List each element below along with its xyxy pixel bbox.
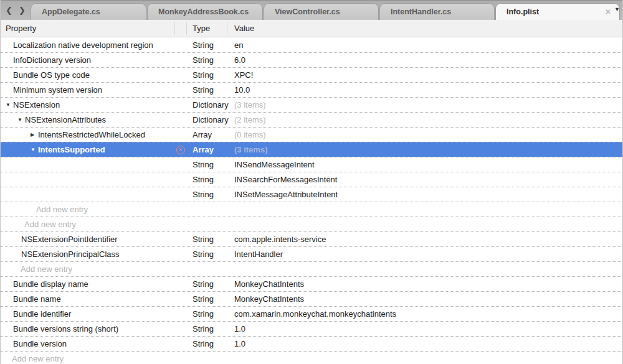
table-row[interactable]: ▼IntentsSupported✕Array(3 items)	[1, 142, 622, 157]
type-cell: String	[186, 250, 227, 259]
property-label: NSExtensionPrincipalClass	[21, 250, 120, 259]
tab-overflow-icon[interactable]: ▼	[614, 7, 620, 12]
tab-close-icon[interactable]: ✕	[605, 8, 611, 16]
tab-intenthandler-cs[interactable]: IntentHandler.cs	[379, 3, 495, 20]
add-new-entry-row[interactable]: Add new entry	[1, 202, 622, 217]
type-cell: Dictionary	[186, 115, 227, 124]
table-row[interactable]: ▼NSExtensionDictionary(3 items)	[1, 97, 622, 112]
value-cell: XPC!	[227, 70, 622, 80]
type-cell: String	[186, 85, 227, 95]
value-cell: MonkeyChatIntents	[227, 279, 622, 289]
action-cell	[174, 307, 186, 321]
property-label: NSExtensionAttributes	[25, 115, 106, 124]
table-row[interactable]: Bundle display nameStringMonkeyChatInten…	[1, 276, 622, 291]
value-cell: IntentHandler	[227, 250, 622, 259]
property-cell	[1, 187, 174, 202]
table-row[interactable]: NSExtensionPointIdentifierStringcom.appl…	[1, 231, 622, 246]
type-cell: String	[186, 190, 227, 199]
disclosure-collapsed-icon[interactable]: ▶	[31, 133, 38, 138]
tab-info-plist[interactable]: Info.plist✕	[495, 3, 620, 20]
property-label: Bundle name	[13, 294, 61, 304]
table-row[interactable]: Minimum system versionString10.0	[1, 82, 622, 97]
type-cell: String	[186, 294, 227, 304]
property-cell: Minimum system version	[1, 83, 174, 97]
back-icon[interactable]: ❮	[6, 6, 12, 14]
table-row[interactable]: Bundle OS type codeStringXPC!	[1, 67, 622, 82]
property-label: Add new entry	[36, 205, 88, 214]
value-cell: INSearchForMessagesIntent	[227, 175, 622, 184]
property-cell: Add new entry	[1, 217, 174, 231]
property-cell: Add new entry	[1, 202, 174, 217]
action-cell	[174, 277, 186, 291]
property-label: Bundle identifier	[13, 309, 71, 319]
action-cell	[174, 187, 186, 202]
property-cell: NSExtensionPointIdentifier	[1, 232, 174, 246]
column-divider	[174, 22, 175, 35]
add-new-entry-row[interactable]: Add new entry	[1, 261, 622, 276]
table-row[interactable]: InfoDictionary versionString6.0	[1, 52, 622, 67]
property-label: Minimum system version	[13, 85, 102, 95]
property-cell: Add new entry	[1, 352, 174, 364]
table-row[interactable]: StringINSetMessageAttributeIntent	[1, 187, 622, 202]
type-cell: String	[186, 160, 227, 169]
forward-icon[interactable]: ❯	[19, 6, 26, 14]
type-cell: String	[186, 235, 227, 244]
property-cell: ▼IntentsSupported	[1, 142, 174, 157]
value-cell: com.apple.intents-service	[227, 235, 622, 244]
disclosure-expanded-icon[interactable]: ▼	[17, 118, 25, 123]
table-row[interactable]: Bundle versions string (short)String1.0	[1, 321, 622, 336]
table-row[interactable]: Bundle identifierStringcom.xamarin.monke…	[1, 306, 622, 321]
property-cell: Bundle version	[1, 337, 174, 351]
action-cell	[174, 247, 186, 261]
table-row[interactable]: Bundle versionString1.0	[1, 336, 622, 351]
value-cell: 6.0	[227, 55, 622, 65]
type-cell: Array	[186, 145, 227, 154]
plist-table: Localization native development regionSt…	[1, 37, 622, 364]
action-cell	[174, 232, 186, 246]
action-cell	[174, 337, 186, 351]
tab-label: MonkeyAddressBook.cs	[158, 7, 249, 16]
property-cell: InfoDictionary version	[1, 53, 174, 67]
action-cell	[174, 202, 186, 217]
value-cell: INSetMessageAttributeIntent	[227, 190, 622, 199]
action-cell	[174, 128, 186, 142]
column-header-row: Property Type Value	[1, 20, 622, 37]
table-row[interactable]: Localization native development regionSt…	[1, 37, 622, 52]
value-cell: INSendMessageIntent	[227, 160, 622, 169]
action-cell	[174, 322, 186, 336]
property-label: Add new entry	[12, 354, 64, 363]
delete-entry-icon[interactable]: ✕	[176, 146, 185, 154]
property-label: InfoDictionary version	[13, 55, 91, 65]
table-row[interactable]: ▶IntentsRestrictedWhileLockedArray(0 ite…	[1, 127, 622, 142]
property-cell: ▼NSExtension	[1, 98, 174, 112]
add-new-entry-row[interactable]: Add new entry	[1, 217, 622, 231]
property-cell: Bundle display name	[1, 277, 174, 291]
value-cell: (3 items)	[227, 145, 622, 154]
column-divider	[227, 22, 227, 35]
type-cell: String	[186, 55, 227, 65]
property-label: NSExtensionPointIdentifier	[21, 235, 118, 244]
type-cell: String	[186, 309, 227, 319]
tab-label: IntentHandler.cs	[391, 7, 451, 16]
property-cell: ▼NSExtensionAttributes	[1, 113, 174, 127]
tab-label: Info.plist	[506, 7, 539, 16]
tab-appdelegate-cs[interactable]: AppDelegate.cs	[31, 3, 146, 20]
property-label: Add new entry	[21, 264, 72, 274]
property-cell: Bundle OS type code	[1, 68, 174, 82]
table-row[interactable]: NSExtensionPrincipalClassStringIntentHan…	[1, 246, 622, 261]
type-cell: String	[186, 175, 227, 184]
tab-list: AppDelegate.csMonkeyAddressBook.csViewCo…	[31, 0, 621, 20]
table-row[interactable]: ▼NSExtensionAttributesDictionary(2 items…	[1, 112, 622, 127]
action-cell	[174, 37, 186, 52]
tab-monkeyaddressbook-cs[interactable]: MonkeyAddressBook.cs	[147, 3, 263, 20]
action-cell	[174, 157, 186, 172]
disclosure-expanded-icon[interactable]: ▼	[31, 147, 38, 152]
table-row[interactable]: Bundle nameStringMonkeyChatIntents	[1, 291, 622, 306]
value-cell: MonkeyChatIntents	[227, 294, 622, 304]
table-row[interactable]: StringINSendMessageIntent	[1, 157, 622, 172]
tab-viewcontroller-cs[interactable]: ViewController.cs	[264, 3, 379, 20]
action-cell	[174, 113, 186, 127]
table-row[interactable]: StringINSearchForMessagesIntent	[1, 172, 622, 187]
add-new-entry-row[interactable]: Add new entry	[1, 351, 622, 364]
disclosure-expanded-icon[interactable]: ▼	[6, 103, 13, 108]
